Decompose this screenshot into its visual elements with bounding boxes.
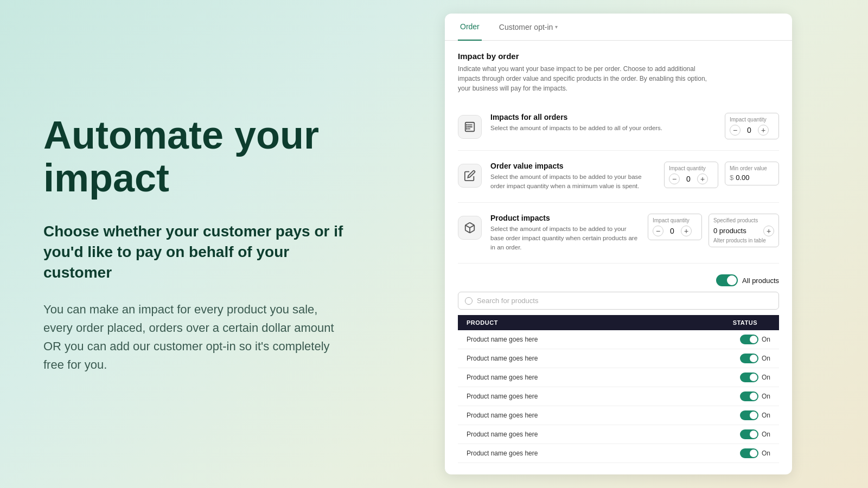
row-toggle-6[interactable] — [740, 448, 758, 458]
row-toggle-3[interactable] — [740, 391, 758, 401]
search-bar[interactable]: Search for products — [458, 292, 779, 310]
specified-products-field: Specified products 0 products + Alter pr… — [709, 214, 779, 247]
status-row: On — [665, 373, 770, 382]
status-row: On — [665, 354, 770, 363]
product-impacts-fields: Impact quantity − 0 + Specified products… — [648, 214, 779, 247]
right-panel: Order Customer opt-in ▾ Impact by order … — [391, 3, 868, 485]
all-orders-content: Impacts for all orders Select the amount… — [490, 113, 716, 133]
table-header-row: Product Status — [458, 315, 779, 330]
table-row: Product name goes here On — [458, 349, 779, 368]
order-value-title: Order value impacts — [490, 162, 655, 170]
status-cell: On — [656, 444, 779, 463]
all-orders-fields: Impact quantity − 0 + — [725, 113, 779, 139]
all-orders-desc: Select the amount of impacts to be added… — [490, 124, 716, 133]
chevron-down-icon: ▾ — [555, 24, 558, 30]
edit-icon-container — [458, 164, 482, 188]
product-impacts-title: Product impacts — [490, 214, 639, 222]
increment-btn-2[interactable]: + — [697, 174, 708, 184]
all-orders-title: Impacts for all orders — [490, 113, 716, 121]
min-order-input[interactable] — [736, 174, 768, 182]
product-table: Product Status Product name goes here On… — [458, 315, 779, 463]
stepper-val-3: 0 — [668, 227, 676, 235]
body-text: You can make an impact for every product… — [43, 300, 347, 374]
tab-order[interactable]: Order — [458, 14, 482, 41]
product-name-cell: Product name goes here — [458, 330, 656, 349]
product-name-cell: Product name goes here — [458, 406, 656, 425]
stepper-1: − 0 + — [730, 125, 774, 136]
table-row: Product name goes here On — [458, 387, 779, 406]
min-order-label: Min order value — [730, 165, 774, 171]
status-text-5: On — [762, 431, 770, 438]
impact-by-order-title: Impact by order — [458, 52, 779, 61]
status-cell: On — [656, 387, 779, 406]
decrement-btn-3[interactable]: − — [653, 226, 663, 236]
status-text-0: On — [762, 336, 770, 343]
status-row: On — [665, 410, 770, 420]
increment-btn-1[interactable]: + — [758, 125, 769, 136]
product-impacts-content: Product impacts Select the amount of imp… — [490, 214, 639, 253]
status-text-4: On — [762, 412, 770, 419]
subheadline: Choose whether your customer pays or if … — [43, 221, 347, 282]
product-name-cell: Product name goes here — [458, 349, 656, 368]
decrement-btn-1[interactable]: − — [730, 125, 741, 136]
product-name-cell: Product name goes here — [458, 444, 656, 463]
search-placeholder: Search for products — [477, 297, 538, 305]
row-toggle-2[interactable] — [740, 373, 758, 382]
col-product: Product — [458, 315, 656, 330]
row-toggle-1[interactable] — [740, 354, 758, 363]
order-value-fields: Impact quantity − 0 + Min order value $ — [664, 162, 779, 188]
product-name-cell: Product name goes here — [458, 368, 656, 387]
impact-qty-label-2: Impact quantity — [669, 165, 713, 171]
impact-quantity-field-2: Impact quantity − 0 + — [664, 162, 718, 188]
list-icon — [464, 121, 476, 133]
status-row: On — [665, 448, 770, 458]
search-icon — [465, 297, 473, 305]
all-products-row: All products — [458, 274, 779, 286]
impact-by-order-header: Impact by order Indicate what you want y… — [458, 52, 779, 93]
products-count: 0 products — [713, 227, 746, 235]
table-row: Product name goes here On — [458, 444, 779, 463]
status-text-2: On — [762, 374, 770, 381]
tab-bar: Order Customer opt-in ▾ — [445, 14, 792, 41]
order-value-desc: Select the amount of impacts to be added… — [490, 172, 655, 191]
specified-products-label: Specified products — [713, 217, 774, 223]
svg-point-6 — [467, 129, 467, 129]
all-products-label: All products — [742, 277, 779, 285]
product-impacts-section: Product impacts Select the amount of imp… — [458, 203, 779, 264]
all-products-toggle[interactable] — [716, 274, 738, 286]
table-row: Product name goes here On — [458, 368, 779, 387]
table-row: Product name goes here On — [458, 425, 779, 444]
card-body: Impact by order Indicate what you want y… — [445, 41, 792, 474]
col-status: Status — [656, 315, 779, 330]
svg-point-5 — [467, 127, 467, 127]
table-row: Product name goes here On — [458, 406, 779, 425]
status-cell: On — [656, 406, 779, 425]
box-icon-container — [458, 216, 482, 240]
product-section: All products Search for products Product… — [458, 264, 779, 470]
product-name-cell: Product name goes here — [458, 387, 656, 406]
status-text-1: On — [762, 355, 770, 362]
order-value-content: Order value impacts Select the amount of… — [490, 162, 655, 191]
row-toggle-4[interactable] — [740, 410, 758, 420]
stepper-3: − 0 + — [653, 226, 697, 236]
add-products-btn[interactable]: + — [763, 226, 774, 236]
status-row: On — [665, 429, 770, 439]
status-text-6: On — [762, 450, 770, 457]
row-toggle-5[interactable] — [740, 429, 758, 439]
row-toggle-0[interactable] — [740, 335, 758, 344]
stepper-2: − 0 + — [669, 174, 713, 184]
tab-customer-optin[interactable]: Customer opt-in ▾ — [499, 23, 558, 31]
list-icon-container — [458, 115, 482, 139]
headline: Automate your impact — [43, 114, 347, 200]
status-row: On — [665, 335, 770, 344]
product-impacts-desc: Select the amount of impacts to be added… — [490, 224, 639, 253]
decrement-btn-2[interactable]: − — [669, 174, 680, 184]
status-cell: On — [656, 330, 779, 349]
impact-by-order-desc: Indicate what you want your base impact … — [458, 64, 718, 93]
increment-btn-3[interactable]: + — [681, 226, 692, 236]
stepper-val-2: 0 — [684, 175, 693, 183]
impact-quantity-field-1: Impact quantity − 0 + — [725, 113, 779, 139]
impact-qty-label-1: Impact quantity — [730, 117, 774, 123]
order-value-section: Order value impacts Select the amount of… — [458, 151, 779, 203]
status-cell: On — [656, 425, 779, 444]
